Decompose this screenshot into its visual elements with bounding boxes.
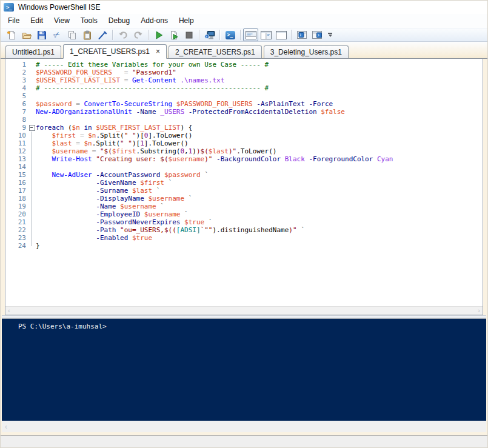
- tab-2_CREATE_USERS.ps1[interactable]: 2_CREATE_USERS.ps1: [169, 45, 262, 58]
- title-bar[interactable]: >_ Windows PowerShell ISE: [1, 1, 487, 14]
- show-script-pane-maximized-button[interactable]: [273, 28, 289, 41]
- code-text[interactable]: $USER_FIRST_LAST_LIST = Get-Content .\na…: [36, 76, 483, 84]
- show-script-pane-top-button[interactable]: [243, 28, 258, 41]
- code-line[interactable]: 17 -Surname $last `: [5, 187, 483, 195]
- code-line[interactable]: 10 $first = $n.Split(" ")[0].ToLower(): [5, 132, 483, 139]
- line-number: 17: [5, 187, 28, 195]
- tab-3_Deleting_Users.ps1[interactable]: 3_Deleting_Users.ps1: [264, 45, 349, 58]
- code-line[interactable]: 3$USER_FIRST_LAST_LIST = Get-Content .\n…: [5, 76, 483, 84]
- console-pane[interactable]: PS C:\Users\a-imuhsal>: [2, 319, 486, 421]
- fold-collapse-icon[interactable]: [28, 124, 36, 132]
- code-text[interactable]: $username = "$($first.Substring(0,1))$($…: [36, 147, 483, 155]
- code-line[interactable]: 8: [5, 116, 483, 124]
- code-line[interactable]: 1# ----- Edit these Variables for your o…: [5, 61, 483, 69]
- stop-operation-button[interactable]: [181, 28, 196, 41]
- code-text[interactable]: -Name $username `: [36, 202, 483, 210]
- code-text[interactable]: -EmployeeID $username `: [36, 210, 483, 218]
- code-line[interactable]: 12 $username = "$($first.Substring(0,1))…: [5, 147, 483, 155]
- powershell-icon: >_: [4, 3, 14, 12]
- code-text[interactable]: -DisplayName $username `: [36, 195, 483, 202]
- code-text[interactable]: -Enabled $true: [36, 234, 483, 242]
- code-line[interactable]: 13 Write-Host "Creating user: $($usernam…: [5, 155, 483, 163]
- code-line[interactable]: 20 -EmployeeID $username `: [5, 210, 483, 218]
- fold-margin: [28, 242, 36, 250]
- code-text[interactable]: foreach ($n in $USER_FIRST_LAST_LIST) {: [36, 124, 483, 132]
- code-text[interactable]: # ----- Edit these Variables for your ow…: [36, 61, 483, 69]
- code-text[interactable]: -Surname $last `: [36, 187, 483, 195]
- code-line[interactable]: 19 -Name $username `: [5, 202, 483, 210]
- show-script-pane-right-button[interactable]: [258, 28, 273, 41]
- code-text[interactable]: $PASSWORD_FOR_USERS = "Password1": [36, 69, 483, 76]
- code-line[interactable]: 23 -Enabled $true: [5, 234, 483, 242]
- console-horizontal-scrollbar[interactable]: ‹: [2, 421, 486, 432]
- new-script-button[interactable]: [4, 28, 19, 41]
- menu-file[interactable]: File: [2, 14, 25, 28]
- menu-edit[interactable]: Edit: [25, 14, 48, 28]
- code-line[interactable]: 24}: [5, 242, 483, 250]
- code-text[interactable]: # --------------------------------------…: [36, 84, 483, 92]
- start-powershell-button[interactable]: >_: [222, 28, 238, 41]
- code-line[interactable]: 22 -Path "ou=_USERS,$(([ADSI]`"").distin…: [5, 226, 483, 234]
- code-line[interactable]: 16 -GivenName $first `: [5, 179, 483, 187]
- clear-console-button[interactable]: [95, 28, 110, 41]
- toolbar-separator: [219, 30, 220, 40]
- code-line[interactable]: 21 -PasswordNeverExpires $true `: [5, 218, 483, 226]
- fold-margin: [28, 171, 36, 179]
- code-line[interactable]: 6$password = ConvertTo-SecureString $PAS…: [5, 100, 483, 108]
- tab-close-icon[interactable]: ×: [156, 48, 160, 55]
- copy-button[interactable]: [64, 28, 79, 41]
- code-line[interactable]: 2$PASSWORD_FOR_USERS = "Password1": [5, 69, 483, 76]
- open-script-button[interactable]: [19, 28, 34, 41]
- new-powershell-tab-button[interactable]: [294, 28, 309, 41]
- fold-margin: [28, 155, 36, 163]
- scroll-right-icon[interactable]: ›: [478, 307, 480, 314]
- scroll-left-icon[interactable]: ‹: [5, 423, 7, 431]
- menu-addons[interactable]: Add-ons: [135, 14, 173, 28]
- line-number: 2: [5, 69, 28, 76]
- code-text[interactable]: [36, 116, 483, 124]
- toolbar-overflow-button[interactable]: [328, 33, 332, 37]
- cut-button[interactable]: ✂: [49, 28, 64, 41]
- menu-tools[interactable]: Tools: [75, 14, 103, 28]
- paste-button[interactable]: [79, 28, 95, 41]
- save-script-button[interactable]: [34, 28, 49, 41]
- code-text[interactable]: [36, 92, 483, 100]
- code-text[interactable]: -Path "ou=_USERS,$(([ADSI]`"").distingui…: [36, 226, 483, 234]
- code-line[interactable]: 9foreach ($n in $USER_FIRST_LAST_LIST) {: [5, 124, 483, 132]
- scroll-left-icon[interactable]: ‹: [8, 307, 10, 314]
- code-text[interactable]: Write-Host "Creating user: $($username)"…: [36, 155, 483, 163]
- tab-1_CREATE_USERS.ps1[interactable]: 1_CREATE_USERS.ps1×: [63, 44, 167, 59]
- code-line[interactable]: 11 $last = $n.Split(" ")[1].ToLower(): [5, 139, 483, 147]
- show-command-window-button[interactable]: [309, 28, 324, 41]
- script-editor[interactable]: 1# ----- Edit these Variables for your o…: [5, 59, 483, 315]
- code-line[interactable]: 18 -DisplayName $username `: [5, 195, 483, 202]
- code-text[interactable]: $first = $n.Split(" ")[0].ToLower(): [36, 132, 483, 139]
- code-line[interactable]: 4# -------------------------------------…: [5, 84, 483, 92]
- menu-help[interactable]: Help: [173, 14, 199, 28]
- run-selection-button[interactable]: [166, 28, 181, 41]
- code-line[interactable]: 14: [5, 163, 483, 171]
- undo-button[interactable]: [115, 28, 130, 41]
- editor-horizontal-scrollbar[interactable]: ‹ ›: [5, 306, 483, 315]
- fold-margin: [28, 139, 36, 147]
- new-remote-powershell-tab-button[interactable]: [202, 28, 217, 41]
- code-text[interactable]: $last = $n.Split(" ")[1].ToLower(): [36, 139, 483, 147]
- run-script-button[interactable]: [151, 28, 166, 41]
- redo-button[interactable]: [130, 28, 145, 41]
- tab-Untitled1.ps1[interactable]: Untitled1.ps1: [5, 45, 61, 58]
- code-text[interactable]: $password = ConvertTo-SecureString $PASS…: [36, 100, 483, 108]
- line-number: 15: [5, 171, 28, 179]
- code-line[interactable]: 15 New-AdUser -AccountPassword $password…: [5, 171, 483, 179]
- code-area[interactable]: 1# ----- Edit these Variables for your o…: [5, 59, 483, 306]
- code-text[interactable]: New-AdUser -AccountPassword $password `: [36, 171, 483, 179]
- code-text[interactable]: [36, 163, 483, 171]
- code-text[interactable]: }: [36, 242, 483, 250]
- menu-view[interactable]: View: [48, 14, 75, 28]
- code-text[interactable]: New-ADOrganizationalUnit -Name _USERS -P…: [36, 108, 483, 116]
- line-number: 11: [5, 139, 28, 147]
- code-text[interactable]: -PasswordNeverExpires $true `: [36, 218, 483, 226]
- menu-debug[interactable]: Debug: [103, 14, 135, 28]
- code-text[interactable]: -GivenName $first `: [36, 179, 483, 187]
- code-line[interactable]: 5: [5, 92, 483, 100]
- code-line[interactable]: 7New-ADOrganizationalUnit -Name _USERS -…: [5, 108, 483, 116]
